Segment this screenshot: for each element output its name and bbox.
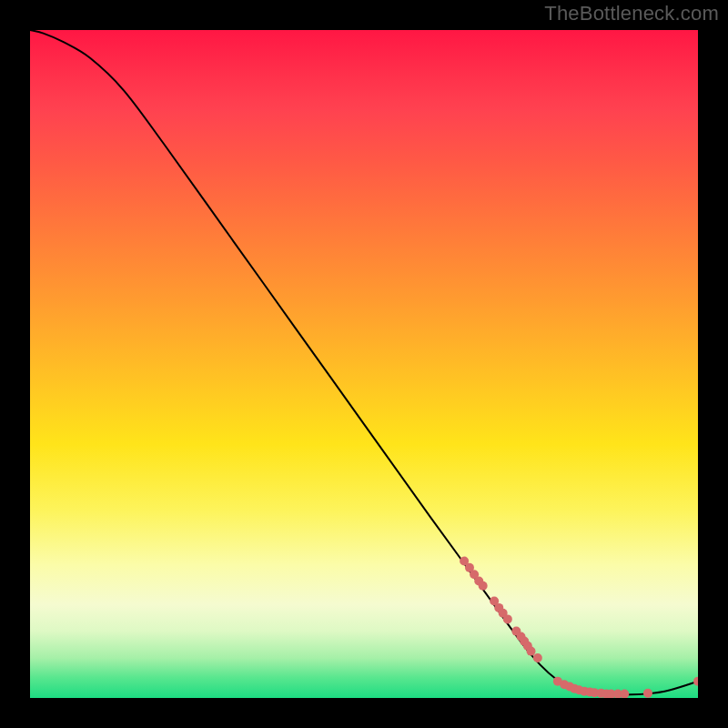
data-dot: [643, 689, 652, 698]
data-dot: [527, 647, 536, 656]
chart-curve: [30, 30, 698, 695]
data-dot: [533, 653, 542, 662]
data-dot: [620, 690, 629, 698]
chart-plot-area: [30, 30, 698, 698]
data-dot: [693, 677, 698, 686]
chart-svg: [30, 30, 698, 698]
data-dot: [479, 581, 488, 591]
watermark-text: TheBottleneck.com: [544, 2, 719, 25]
data-dot: [503, 614, 512, 623]
chart-data-dots: [460, 557, 698, 698]
